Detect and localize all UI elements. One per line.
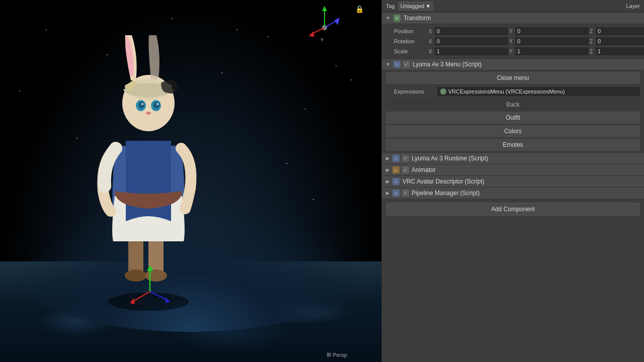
scale-z-label: Z — [590, 49, 595, 54]
back-button[interactable]: Back — [386, 99, 640, 110]
add-component-row: Add Component — [382, 199, 644, 220]
inspector-scroll[interactable]: ▼ ⊕ Transform Position X Y Z — [382, 13, 644, 362]
rotation-y-label: Y — [509, 39, 514, 44]
expressions-value: VRCExpressionsMenu (VRCExpressionsMenu) — [437, 87, 640, 96]
lyuma-runtime-header[interactable]: ▶ # Lyuma Av 3 Runtime (Script) — [382, 152, 644, 164]
lyuma-menu-checkbox[interactable] — [404, 61, 410, 67]
position-fields: X Y Z — [429, 27, 644, 35]
svg-line-18 — [132, 292, 150, 302]
svg-marker-19 — [130, 298, 135, 304]
rotation-z: Z — [590, 37, 644, 45]
rotation-row: Rotation X Y Z — [382, 36, 644, 46]
svg-point-11 — [141, 103, 143, 105]
svg-line-22 — [150, 292, 168, 300]
viewport[interactable]: Y 🔒 ⊞ Persp — [0, 0, 381, 362]
transform-chevron: ▼ — [386, 16, 390, 21]
position-y: Y — [509, 27, 589, 35]
lyuma-runtime-chevron: ▶ — [386, 156, 389, 161]
lyuma-runtime-checkbox[interactable] — [403, 155, 409, 161]
svg-point-13 — [146, 112, 151, 115]
transform-header[interactable]: ▼ ⊕ Transform — [382, 13, 644, 24]
position-x: X — [429, 27, 508, 35]
scale-z: Z — [590, 47, 644, 55]
scale-row: Scale X Y Z — [382, 46, 644, 56]
vrc-descriptor-header[interactable]: ▶ # VRC Avatar Descriptor (Script) — [382, 175, 644, 187]
layer-label: Layer — [626, 3, 640, 9]
svg-marker-26 — [322, 6, 327, 11]
lyuma-menu-icon: # — [393, 61, 400, 68]
tag-layer-row: Tag Untagged ▼ Layer — [382, 0, 644, 13]
lyuma-menu-title: Lyuma Av 3 Menu (Script) — [413, 61, 481, 68]
position-z-input[interactable] — [596, 27, 644, 35]
scale-y: Y — [509, 47, 589, 55]
rotation-label: Rotation — [394, 38, 427, 44]
svg-marker-28 — [309, 31, 314, 37]
colors-button[interactable]: Colors — [386, 125, 640, 137]
vrc-descriptor-chevron: ▶ — [386, 179, 389, 184]
animator-icon: ▷ — [392, 166, 399, 173]
lyuma-menu-header[interactable]: ▼ # Lyuma Av 3 Menu (Script) — [382, 58, 644, 70]
vrc-descriptor-icon: # — [392, 178, 399, 185]
transform-body: Position X Y Z — [382, 24, 644, 58]
rotation-x-label: X — [429, 39, 434, 44]
pipeline-manager-checkbox[interactable] — [403, 190, 409, 196]
scale-z-input[interactable] — [596, 47, 644, 55]
svg-point-10 — [153, 102, 159, 109]
axis-gizmo[interactable]: Y — [308, 5, 341, 43]
scale-x-label: X — [429, 49, 434, 54]
pipeline-manager-title: Pipeline Manager (Script) — [412, 190, 479, 197]
rotation-y: Y — [509, 37, 589, 45]
vrc-descriptor-title: VRC Avatar Descriptor (Script) — [403, 178, 485, 185]
animator-title: Animator — [412, 166, 436, 173]
add-component-button[interactable]: Add Component — [386, 203, 640, 216]
position-y-input[interactable] — [515, 27, 589, 35]
pipeline-manager-header[interactable]: ▶ # Pipeline Manager (Script) — [382, 187, 644, 199]
svg-point-9 — [138, 102, 144, 109]
animator-chevron: ▶ — [386, 167, 389, 172]
rotation-y-input[interactable] — [515, 37, 589, 45]
transform-title: Transform — [404, 15, 431, 22]
scene-view-icon: ⊞ — [327, 351, 331, 358]
position-z-label: Z — [590, 29, 595, 34]
emotes-button[interactable]: Emotes — [386, 139, 640, 151]
rotation-fields: X Y Z — [429, 37, 644, 45]
svg-text:Y: Y — [320, 37, 324, 42]
position-z: Z — [590, 27, 644, 35]
position-label: Position — [394, 28, 427, 34]
animator-header[interactable]: ▶ ▷ Animator — [382, 164, 644, 175]
rotation-z-input[interactable] — [596, 37, 644, 45]
pipeline-manager-chevron: ▶ — [386, 191, 389, 196]
svg-marker-30 — [335, 18, 340, 25]
scale-x-input[interactable] — [435, 47, 508, 55]
position-y-label: Y — [509, 29, 514, 34]
transform-gizmo[interactable] — [125, 264, 175, 314]
transform-icon: ⊕ — [393, 15, 400, 22]
persp-label: ⊞ Persp — [327, 351, 347, 358]
scale-fields: X Y Z — [429, 47, 644, 55]
svg-marker-23 — [165, 297, 170, 303]
scale-label: Scale — [394, 48, 427, 54]
scale-x: X — [429, 47, 508, 55]
rotation-z-label: Z — [590, 39, 595, 44]
close-menu-button[interactable]: Close menu — [386, 72, 640, 84]
lyuma-runtime-title: Lyuma Av 3 Runtime (Script) — [412, 155, 488, 162]
expressions-row: Expressions VRCExpressionsMenu (VRCExpre… — [382, 85, 644, 98]
lyuma-runtime-icon: # — [392, 155, 399, 162]
pipeline-manager-icon: # — [392, 190, 399, 197]
lock-icon[interactable]: 🔒 — [355, 5, 364, 13]
expressions-asset-icon — [440, 88, 446, 95]
animator-checkbox[interactable] — [403, 167, 409, 173]
position-x-input[interactable] — [435, 27, 508, 35]
scale-y-label: Y — [509, 49, 514, 54]
inspector-panel: Tag Untagged ▼ Layer ▼ ⊕ Transform Posit… — [381, 0, 644, 362]
tag-label: Tag — [386, 3, 395, 9]
svg-marker-21 — [147, 265, 153, 271]
scale-y-input[interactable] — [515, 47, 589, 55]
outfit-button[interactable]: Outfit — [386, 112, 640, 124]
tag-dropdown[interactable]: Untagged ▼ — [398, 2, 434, 11]
expressions-field-label: Expressions — [394, 88, 434, 95]
rotation-x-input[interactable] — [435, 37, 508, 45]
lyuma-menu-chevron: ▼ — [386, 62, 390, 67]
position-row: Position X Y Z — [382, 26, 644, 36]
position-x-label: X — [429, 29, 434, 34]
